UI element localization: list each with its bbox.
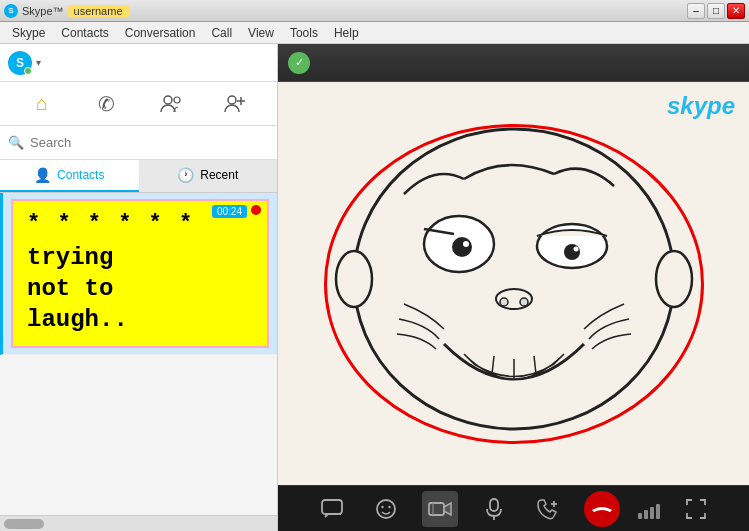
skype-watermark: skype xyxy=(667,92,735,120)
status-bar: S ▾ xyxy=(0,44,277,82)
home-button[interactable]: ⌂ xyxy=(22,86,62,122)
emoticon-button[interactable] xyxy=(368,491,404,527)
svg-point-23 xyxy=(381,505,383,507)
search-input[interactable] xyxy=(30,135,269,150)
recent-tab-icon: 🕐 xyxy=(177,167,194,183)
svg-point-5 xyxy=(354,129,674,429)
menu-help[interactable]: Help xyxy=(326,24,367,42)
end-call-button[interactable] xyxy=(584,491,620,527)
svg-point-15 xyxy=(520,298,528,306)
message-line2: not to xyxy=(27,275,113,302)
menu-conversation[interactable]: Conversation xyxy=(117,24,204,42)
add-contact-button[interactable] xyxy=(215,86,255,122)
maximize-button[interactable]: □ xyxy=(707,3,725,19)
svg-point-20 xyxy=(656,251,692,307)
svg-rect-27 xyxy=(490,499,498,511)
message-text: trying not to laugh.. xyxy=(27,242,253,336)
menu-skype[interactable]: Skype xyxy=(4,24,53,42)
svg-point-7 xyxy=(452,237,472,257)
nav-icons: ⌂ ✆ xyxy=(0,82,277,126)
call-timer-badge: 00:24 xyxy=(212,205,247,218)
video-area: skype xyxy=(278,82,749,485)
right-panel: ✓ skype xyxy=(278,44,749,531)
menu-view[interactable]: View xyxy=(240,24,282,42)
search-bar: 🔍 xyxy=(0,126,277,160)
menu-bar: Skype Contacts Conversation Call View To… xyxy=(0,22,749,44)
microphone-button[interactable] xyxy=(476,491,512,527)
active-call-dot xyxy=(251,205,261,215)
yellow-content-block: * * * * * * trying not to laugh.. xyxy=(11,199,269,348)
menu-contacts[interactable]: Contacts xyxy=(53,24,116,42)
contacts-button[interactable] xyxy=(151,86,191,122)
recent-tab-label: Recent xyxy=(200,168,238,182)
video-controls xyxy=(278,485,749,531)
contacts-tab-icon: 👤 xyxy=(34,167,51,183)
troll-face-container: skype xyxy=(278,82,749,485)
scroll-thumb[interactable] xyxy=(4,519,44,529)
skype-icon: S xyxy=(4,4,18,18)
message-line1: trying xyxy=(27,244,113,271)
signal-strength xyxy=(638,499,660,519)
chat-button[interactable] xyxy=(314,491,350,527)
phone-button[interactable]: ✆ xyxy=(86,86,126,122)
message-line3: laugh.. xyxy=(27,306,128,333)
menu-tools[interactable]: Tools xyxy=(282,24,326,42)
main-layout: S ▾ ⌂ ✆ xyxy=(0,44,749,531)
svg-point-24 xyxy=(388,505,390,507)
title-bar: S Skype™ username – □ ✕ xyxy=(0,0,749,22)
svg-point-8 xyxy=(463,241,469,247)
tabs: 👤 Contacts 🕐 Recent xyxy=(0,160,277,193)
scroll-bar[interactable] xyxy=(0,515,277,531)
fullscreen-button[interactable] xyxy=(678,491,714,527)
close-button[interactable]: ✕ xyxy=(727,3,745,19)
svg-point-14 xyxy=(500,298,508,306)
contact-list: * * * * * * trying not to laugh.. 00:24 xyxy=(0,193,277,515)
status-chevron[interactable]: ▾ xyxy=(36,57,41,68)
tab-recent[interactable]: 🕐 Recent xyxy=(139,160,278,192)
title-bar-left: S Skype™ username xyxy=(4,4,129,18)
minimize-button[interactable]: – xyxy=(687,3,705,19)
add-call-button[interactable] xyxy=(530,491,566,527)
troll-face-svg xyxy=(304,104,724,464)
username-label: username xyxy=(68,5,129,17)
user-avatar[interactable]: S xyxy=(8,51,32,75)
contacts-tab-label: Contacts xyxy=(57,168,104,182)
app-name: Skype™ xyxy=(22,5,64,17)
online-indicator xyxy=(24,67,32,75)
svg-point-0 xyxy=(164,96,172,104)
svg-point-12 xyxy=(573,246,578,251)
tab-contacts[interactable]: 👤 Contacts xyxy=(0,160,139,192)
svg-rect-25 xyxy=(429,503,444,515)
menu-call[interactable]: Call xyxy=(203,24,240,42)
svg-point-11 xyxy=(564,244,580,260)
svg-point-19 xyxy=(336,251,372,307)
call-active-icon: ✓ xyxy=(288,52,310,74)
list-item[interactable]: * * * * * * trying not to laugh.. 00:24 xyxy=(0,193,277,355)
watermark-text: skype xyxy=(667,92,735,119)
video-header: ✓ xyxy=(278,44,749,82)
svg-point-1 xyxy=(174,97,180,103)
left-panel: S ▾ ⌂ ✆ xyxy=(0,44,278,531)
search-icon: 🔍 xyxy=(8,135,24,150)
svg-point-22 xyxy=(377,500,395,518)
svg-rect-21 xyxy=(322,500,342,514)
video-toggle-button[interactable] xyxy=(422,491,458,527)
svg-point-2 xyxy=(228,96,236,104)
window-controls: – □ ✕ xyxy=(687,3,745,19)
